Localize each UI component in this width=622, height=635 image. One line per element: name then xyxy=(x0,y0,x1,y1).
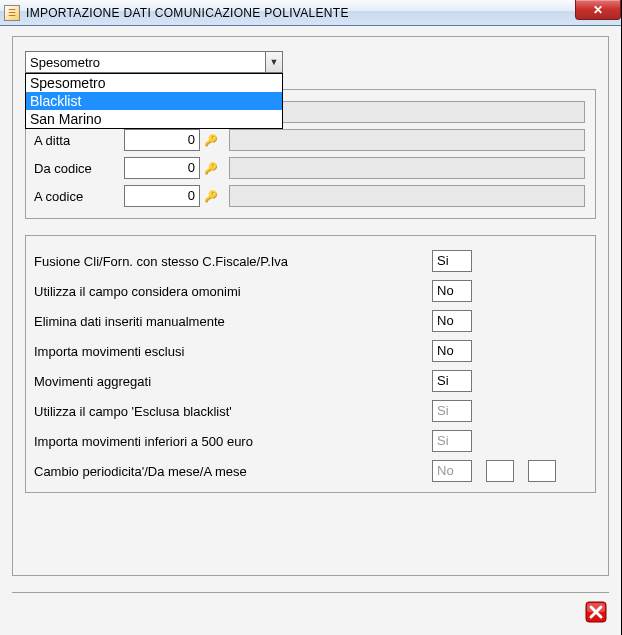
type-combo-value: Spesometro xyxy=(30,55,100,70)
range-label: Da codice xyxy=(30,161,124,176)
month-input xyxy=(486,460,514,482)
option-label: Movimenti aggregati xyxy=(34,374,432,389)
window-close-button[interactable]: ✕ xyxy=(575,0,621,20)
option-row: Importa movimenti esclusiNo xyxy=(34,336,585,366)
exit-button[interactable] xyxy=(583,599,609,625)
option-label: Utilizza il campo considera omonimi xyxy=(34,284,432,299)
range-value-input[interactable]: 0 xyxy=(124,185,200,207)
option-value-input: Si xyxy=(432,430,472,452)
range-value-input[interactable]: 0 xyxy=(124,157,200,179)
close-icon: ✕ xyxy=(593,3,603,17)
range-value-input[interactable]: 0 xyxy=(124,129,200,151)
range-label: A codice xyxy=(30,189,124,204)
range-description xyxy=(229,157,585,179)
range-row: Da codice0🔑 xyxy=(30,154,585,182)
option-value-input[interactable]: No xyxy=(432,340,472,362)
type-combo-option[interactable]: Blacklist xyxy=(26,92,282,110)
option-label: Importa movimenti esclusi xyxy=(34,344,432,359)
type-combo-option[interactable]: Spesometro xyxy=(26,74,282,92)
range-label: A ditta xyxy=(30,133,124,148)
type-combo[interactable]: Spesometro ▼ xyxy=(25,51,283,73)
option-row: Elimina dati inseriti manualmenteNo xyxy=(34,306,585,336)
bottom-bar xyxy=(12,592,609,625)
type-combo-dropdown: SpesometroBlacklistSan Marino xyxy=(25,73,283,129)
option-value-input[interactable]: No xyxy=(432,280,472,302)
options-fieldset: Fusione Cli/Forn. con stesso C.Fiscale/P… xyxy=(25,235,596,493)
window-title: IMPORTAZIONE DATI COMUNICAZIONE POLIVALE… xyxy=(26,6,349,20)
option-row: Fusione Cli/Forn. con stesso C.Fiscale/P… xyxy=(34,246,585,276)
range-row: A ditta0🔑 xyxy=(30,126,585,154)
type-combo-option[interactable]: San Marino xyxy=(26,110,282,128)
option-value-input[interactable]: Si xyxy=(432,370,472,392)
option-label: Utilizza il campo 'Esclusa blacklist' xyxy=(34,404,432,419)
main-panel: Spesometro ▼ SpesometroBlacklistSan Mari… xyxy=(12,36,609,576)
option-row: Utilizza il campo 'Esclusa blacklist'Si xyxy=(34,396,585,426)
option-label: Fusione Cli/Forn. con stesso C.Fiscale/P… xyxy=(34,254,432,269)
type-combo-wrap: Spesometro ▼ SpesometroBlacklistSan Mari… xyxy=(25,51,283,73)
client-area: Spesometro ▼ SpesometroBlacklistSan Mari… xyxy=(0,26,621,635)
lookup-icon[interactable]: 🔑 xyxy=(203,132,219,148)
app-icon: ☰ xyxy=(4,5,20,21)
lookup-icon[interactable]: 🔑 xyxy=(203,160,219,176)
range-row: A codice0🔑 xyxy=(30,182,585,210)
option-value-input: No xyxy=(432,460,472,482)
app-window: ☰ IMPORTAZIONE DATI COMUNICAZIONE POLIVA… xyxy=(0,0,622,635)
option-label: Cambio periodicita'/Da mese/A mese xyxy=(34,464,432,479)
option-label: Elimina dati inseriti manualmente xyxy=(34,314,432,329)
range-description xyxy=(229,185,585,207)
option-row: Importa movimenti inferiori a 500 euroSi xyxy=(34,426,585,456)
option-row: Cambio periodicita'/Da mese/A meseNo xyxy=(34,456,585,486)
option-value-input: Si xyxy=(432,400,472,422)
chevron-down-icon: ▼ xyxy=(265,52,282,72)
option-row: Utilizza il campo considera omonimiNo xyxy=(34,276,585,306)
option-value-input[interactable]: Si xyxy=(432,250,472,272)
option-label: Importa movimenti inferiori a 500 euro xyxy=(34,434,432,449)
lookup-icon[interactable]: 🔑 xyxy=(203,188,219,204)
exit-icon xyxy=(584,600,608,624)
option-row: Movimenti aggregatiSi xyxy=(34,366,585,396)
month-input xyxy=(528,460,556,482)
option-value-input[interactable]: No xyxy=(432,310,472,332)
range-description xyxy=(229,129,585,151)
titlebar: ☰ IMPORTAZIONE DATI COMUNICAZIONE POLIVA… xyxy=(0,0,621,26)
